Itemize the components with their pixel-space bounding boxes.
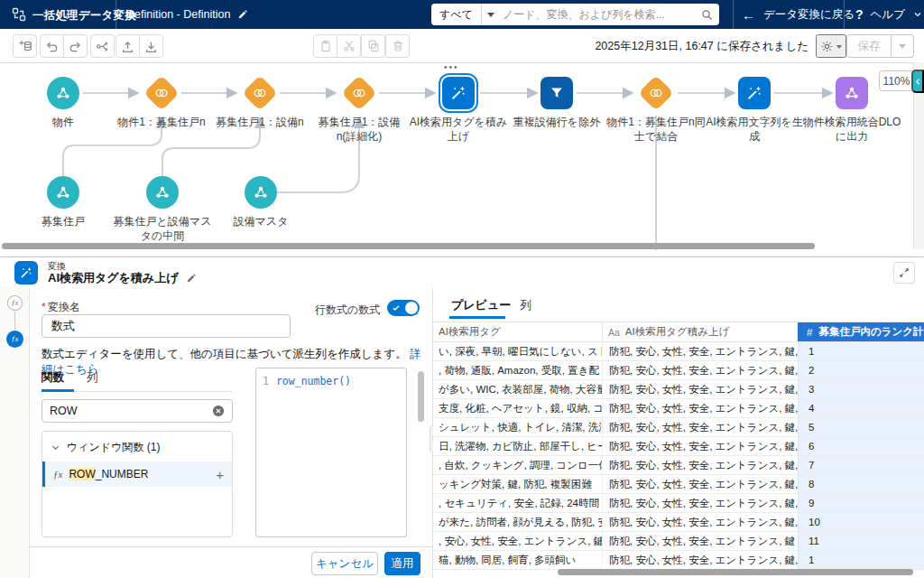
rank-cell: 5 [798, 418, 924, 436]
clear-search-icon[interactable] [212, 405, 225, 417]
expand-panel-button[interactable] [893, 262, 915, 284]
rank-cell: 1 [798, 551, 924, 569]
formula-step-2-active[interactable]: ƒx [6, 331, 23, 348]
function-search-value: ROW [50, 405, 78, 417]
data-source-icon [146, 176, 179, 209]
function-group-label: ウィンドウ関数 (1) [67, 440, 160, 455]
copy-button[interactable] [361, 34, 385, 58]
table-row: , 自炊, クッキング, 調理, コンロ一体型防犯, 安心, 女性, 安全, エ… [433, 456, 924, 475]
data-source-icon [47, 176, 79, 209]
search-scope-select[interactable]: すべて [431, 4, 501, 25]
help-menu[interactable]: ? ヘルプ [855, 0, 923, 29]
save-menu-caret[interactable] [892, 34, 914, 58]
node-formula-selected[interactable]: AI検索用タグを積み上げ [409, 77, 508, 144]
zoom-level-badge[interactable]: 110% [879, 70, 914, 91]
save-split-button: 保存 [846, 34, 914, 58]
row-formula-toggle[interactable] [387, 300, 420, 316]
flow-canvas[interactable]: ••• 物件 物件1：募集住戸n 募集住戸1：設備n 募集住戸1：設備n(詳細化… [0, 62, 913, 249]
rank-cell: 6 [798, 437, 924, 455]
preview-horizontal-scrollbar[interactable] [558, 569, 913, 575]
function-search-input[interactable]: ROW [42, 399, 233, 423]
node-source-chukan[interactable]: 募集住戸と設備マスタの中間 [113, 176, 212, 243]
back-to-data-transforms-button[interactable]: ← データ変換に戻る [742, 0, 855, 29]
node-label: 募集住戸 [42, 214, 85, 228]
delete-button[interactable] [385, 34, 410, 58]
hidden-nodes-indicator[interactable]: ••• [444, 62, 459, 72]
apply-button[interactable]: 適用 [384, 552, 420, 575]
formula-step-1[interactable]: ƒx [7, 295, 23, 311]
undo-button[interactable] [40, 34, 64, 58]
navbar-divider [116, 0, 116, 29]
tab-columns[interactable]: 列 [87, 370, 98, 386]
search-input[interactable] [495, 4, 701, 25]
footer-divider [30, 546, 432, 547]
code-text: row_number() [276, 375, 351, 387]
node-join-2[interactable]: 募集住戸1：設備n [210, 77, 310, 129]
table-row: , 安心, 女性, 安全, エントランス, 鍵防犯, 安心, 女性, 安全, エ… [433, 532, 924, 551]
rank-cell: 11 [798, 532, 924, 550]
canvas-horizontal-scrollbar[interactable] [2, 243, 815, 249]
edit-title-icon[interactable] [237, 9, 248, 20]
node-join-4[interactable]: 物件1：募集住戸n同士で結合 [606, 77, 706, 144]
text-type-icon: Aa [608, 327, 620, 338]
join-icon [640, 77, 672, 109]
panel-header: 変換 AI検索用タグを積み上げ [0, 257, 924, 288]
auto-layout-button[interactable] [90, 34, 115, 58]
node-join-1[interactable]: 物件1：募集住戸n [112, 77, 211, 129]
function-group-window[interactable]: ウィンドウ関数 (1) [42, 432, 232, 461]
global-navbar: 一括処理データ変換 Definition - Definition すべて ← … [0, 0, 924, 29]
formula-code-editor[interactable]: 1 row_number() [255, 368, 407, 537]
node-source-setsubi[interactable]: 設備マスタ [211, 176, 310, 228]
rename-transform-icon[interactable] [186, 273, 197, 284]
save-button[interactable]: 保存 [846, 34, 892, 58]
settings-gear-button[interactable] [816, 34, 846, 58]
canvas-toolbar: 2025年12月31日, 16:47 に保存されました 保存 [0, 29, 924, 62]
line-number: 1 [263, 375, 269, 387]
document-tab[interactable]: Definition - Definition [126, 8, 248, 21]
node-label: 物件検索用統合DLOに出力 [802, 115, 901, 144]
back-label: データ変換に戻る [763, 7, 855, 23]
column-header-rank-calc-selected[interactable]: # 募集住戸内のランク計算 [798, 322, 924, 341]
expand-side-panel-button[interactable] [911, 70, 924, 93]
table-row: が多い, WIC, 衣装部屋, 荷物, 大容量防犯, 安心, 女性, 安全, エ… [433, 380, 924, 399]
column-header-ai-tags[interactable]: AI検索用タグ [433, 322, 603, 341]
back-arrow-icon: ← [742, 7, 755, 23]
node-join-3[interactable]: 募集住戸1：設備n(詳細化) [310, 77, 409, 144]
document-title: Definition - Definition [126, 8, 230, 21]
function-item-row-number[interactable]: ƒx ROW_NUMBER + [42, 461, 232, 487]
filter-icon [541, 77, 573, 109]
rank-cell: 2 [798, 361, 924, 379]
active-tab-underline [42, 389, 74, 392]
node-filter[interactable]: 重複設備行を除外 [507, 77, 606, 129]
transform-name-input[interactable]: 数式 [42, 314, 291, 338]
redo-button[interactable] [63, 34, 88, 58]
transform-config-panel: 変換 AI検索用タグを積み上げ ƒx ƒx *変換名 行数式の数式 [0, 256, 924, 578]
formula-form: *変換名 行数式の数式 数式 数式エディターを使用して、他の項目に基づいて派生列… [30, 288, 432, 578]
join-icon [343, 77, 375, 109]
search-scope-value: すべて [431, 7, 481, 23]
cancel-button[interactable]: キャンセル [311, 552, 378, 575]
formula-step-rail: ƒx ƒx [0, 288, 30, 578]
function-column-tabs: 関数 列 [42, 368, 233, 392]
function-name: ROW_NUMBER [69, 468, 148, 480]
cut-button[interactable] [337, 34, 361, 58]
download-button[interactable] [139, 34, 163, 58]
navbar-divider [733, 0, 734, 29]
column-header-ai-tags-rollup[interactable]: Aa AI検索用タグ積み上げ [603, 322, 798, 341]
table-row: 支度, 化粧, ヘアセット, 鏡, 収納, コンセント防犯, 安心, 女性, 安… [433, 399, 924, 418]
paste-button[interactable] [313, 34, 337, 58]
table-row: 猫, 動物, 同居, 飼育, 多頭飼い防犯, 安心, 女性, 安全, エントラン… [433, 551, 924, 570]
upload-button[interactable] [116, 34, 140, 58]
node-source-boshu[interactable]: 募集住戸 [14, 176, 113, 228]
node-formula-2[interactable]: AI検索用文字列を生成 [705, 77, 804, 144]
form-vertical-scrollbar[interactable] [418, 371, 424, 422]
tab-preview-columns[interactable]: 列 [520, 297, 531, 313]
add-function-button[interactable]: + [216, 467, 224, 482]
panel-body: ƒx ƒx *変換名 行数式の数式 数式 数式エディターを使用して、他の項目に基… [0, 288, 924, 578]
node-source-bukken[interactable]: 物件 [14, 77, 113, 129]
active-tab-underline [449, 316, 505, 319]
node-label: 物件1：募集住戸n同士で結合 [606, 115, 706, 144]
tab-preview[interactable]: プレビュー [451, 297, 511, 313]
add-data-button[interactable] [13, 34, 37, 58]
tab-functions[interactable]: 関数 [42, 370, 64, 386]
